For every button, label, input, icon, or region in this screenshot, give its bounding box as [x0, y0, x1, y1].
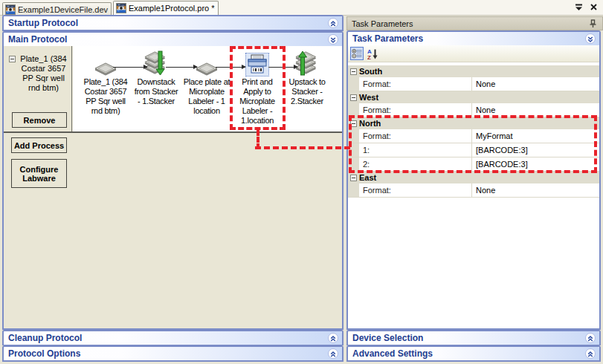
chevron-up-icon[interactable] — [585, 348, 596, 359]
labware-tree-label-line: rnd btm) — [17, 83, 70, 93]
flow-step-label-line: Upstack to — [278, 77, 336, 87]
close-icon[interactable] — [590, 3, 598, 11]
flow-step-plate[interactable]: Place plate atMicroplateLabeler - 1locat… — [178, 48, 236, 116]
tab-label: Example1DeviceFile.dev — [18, 5, 108, 14]
main-protocol-section: Main Protocol Plate_1 (384Costar 3657PP … — [2, 31, 344, 330]
flow-step-stack-up[interactable]: Upstack toStacker -2.Stacker — [278, 48, 336, 106]
pane-title: Task Parameters — [352, 19, 413, 28]
flow-step-label-line: Stacker - — [278, 87, 336, 97]
protocol-options-section: Protocol Options — [2, 345, 344, 362]
flow-step-label-line: from Stacker — [127, 87, 185, 97]
chevron-up-icon[interactable] — [328, 348, 338, 359]
chevron-down-icon[interactable] — [585, 33, 596, 44]
add-process-button[interactable]: Add Process — [11, 137, 67, 153]
task-parameters-section: Task Parameters A Z SouthFormat:NoneWest… — [346, 30, 601, 330]
flow-step-label: Downstackfrom Stacker- 1.Stacker — [127, 77, 185, 106]
flow-step-label-line: - 1.Stacker — [127, 97, 185, 106]
main-protocol-content: Plate_1 (384Costar 3657PP Sqr wellrnd bt… — [4, 46, 342, 328]
stack-up-icon[interactable] — [278, 48, 336, 77]
highlight-rectangle-north-group — [349, 115, 597, 173]
protocol-flowchart: Plate_1 (384Costar 3657PP Sqr wellrnd bt… — [73, 46, 342, 131]
property-row[interactable]: Format:None — [348, 183, 599, 198]
device-file-icon — [5, 4, 16, 15]
collapse-minus-icon[interactable] — [350, 94, 357, 101]
property-group-south[interactable]: South — [348, 65, 599, 77]
property-group-east[interactable]: East — [348, 172, 599, 183]
pin-icon[interactable] — [589, 19, 596, 30]
property-group-label: South — [359, 67, 382, 76]
cleanup-protocol-section: Cleanup Protocol — [2, 330, 344, 345]
advanced-settings-header[interactable]: Advanced Settings — [348, 347, 599, 360]
chevron-up-icon[interactable] — [585, 333, 596, 343]
flow-step-label-line: location — [178, 106, 236, 116]
startup-protocol-section: Startup Protocol — [2, 15, 344, 31]
highlight-rectangle-print-step — [230, 46, 286, 130]
property-group-label: East — [359, 173, 376, 182]
document-tab-strip: Example1DeviceFile.dev Example1Protocol.… — [0, 0, 603, 16]
protocol-options-header[interactable]: Protocol Options — [4, 347, 342, 360]
task-parameters-title: Task Parameters — [352, 33, 423, 44]
file-list-dropdown-icon[interactable] — [575, 3, 583, 11]
task-parameters-pane: Task Parameters Task Parameters A Z — [346, 16, 601, 362]
property-value[interactable]: None — [472, 183, 599, 197]
flow-step-label-line: rnd btm) — [77, 106, 135, 116]
tab-example1protocol[interactable]: Example1Protocol.pro * — [113, 1, 219, 16]
flow-step-label-line: Downstack — [127, 77, 185, 87]
flow-step-label-line: Plate_1 (384 — [77, 77, 135, 87]
device-selection-title: Device Selection — [352, 333, 423, 343]
labware-tree-label-line: PP Sqr well — [17, 74, 70, 83]
flow-step-label: Upstack toStacker -2.Stacker — [278, 77, 336, 106]
property-value[interactable]: None — [472, 77, 599, 91]
configure-labware-button[interactable]: Configure Labware — [11, 159, 67, 188]
property-row[interactable]: Format:None — [348, 77, 599, 91]
advanced-settings-title: Advanced Settings — [352, 348, 433, 359]
chevron-up-icon[interactable] — [328, 18, 338, 28]
flow-step-label-line: 2.Stacker — [278, 97, 336, 106]
device-selection-section: Device Selection — [346, 330, 601, 345]
protocol-editor-panel: Startup Protocol Main Protocol Plate_1 (… — [2, 15, 344, 362]
categorized-view-button[interactable] — [350, 47, 364, 60]
flowchart-divider — [4, 131, 342, 133]
labware-tree-label-line: Costar 3657 — [17, 64, 70, 74]
flow-step-plate[interactable]: Plate_1 (384Costar 3657PP Sqr wellrnd bt… — [77, 48, 135, 116]
flow-step-label-line: Costar 3657 — [77, 87, 135, 97]
svg-text:Z: Z — [367, 53, 371, 59]
chevron-up-icon[interactable] — [328, 333, 338, 343]
flow-step-stack-down[interactable]: Downstackfrom Stacker- 1.Stacker — [127, 48, 185, 106]
task-parameters-body: A Z SouthFormat:NoneWestFormat:NoneNorth… — [348, 45, 599, 327]
collapse-minus-icon[interactable] — [350, 175, 357, 181]
chevron-down-icon[interactable] — [328, 34, 338, 45]
protocol-options-title: Protocol Options — [8, 348, 80, 359]
labware-tree-label-line: Plate_1 (384 — [17, 54, 70, 64]
labware-tree-item[interactable]: Plate_1 (384Costar 3657PP Sqr wellrnd bt… — [9, 54, 70, 93]
tab-example1devicefile[interactable]: Example1DeviceFile.dev — [2, 2, 112, 16]
main-protocol-header[interactable]: Main Protocol — [4, 33, 342, 46]
plate-icon[interactable] — [77, 48, 135, 77]
startup-protocol-title: Startup Protocol — [8, 18, 78, 28]
row-gutter — [348, 77, 359, 91]
advanced-settings-section: Advanced Settings — [346, 345, 601, 362]
flow-arrow — [113, 67, 147, 68]
protocol-file-icon — [116, 3, 126, 13]
property-group-west[interactable]: West — [348, 91, 599, 103]
flow-step-label-line: PP Sqr well — [77, 97, 135, 106]
collapse-minus-icon[interactable] — [350, 68, 357, 75]
highlight-connector-horizontal — [255, 146, 350, 149]
property-grid-toolbar: A Z — [348, 45, 599, 62]
collapse-minus-icon[interactable] — [9, 56, 16, 62]
device-selection-header[interactable]: Device Selection — [348, 331, 599, 345]
flow-step-label-line: Place plate at — [178, 77, 236, 87]
property-label: Format: — [359, 77, 472, 91]
plate-icon[interactable] — [178, 48, 236, 77]
flow-step-label-line: Labeler - 1 — [178, 97, 236, 106]
task-parameters-header[interactable]: Task Parameters — [348, 32, 599, 45]
alphabetical-sort-button[interactable]: A Z — [366, 47, 379, 60]
cleanup-protocol-header[interactable]: Cleanup Protocol — [4, 331, 342, 345]
pane-title-bar[interactable]: Task Parameters — [346, 16, 603, 30]
property-group-label: West — [359, 93, 378, 102]
labware-sidebar: Plate_1 (384Costar 3657PP Sqr wellrnd bt… — [4, 46, 72, 131]
startup-protocol-header[interactable]: Startup Protocol — [4, 16, 342, 30]
property-label: Format: — [359, 183, 472, 197]
stack-down-icon[interactable] — [127, 48, 185, 77]
remove-button[interactable]: Remove — [12, 112, 67, 128]
